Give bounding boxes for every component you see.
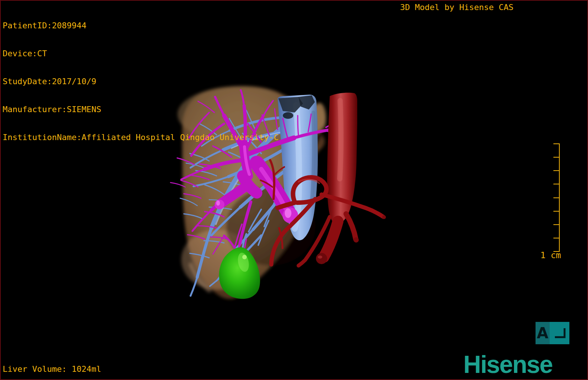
corner-glyph-icon [554,327,566,339]
scale-tick [553,224,559,225]
liver-volume-label: Liver Volume: 1024ml [3,364,101,374]
scale-tick [553,157,559,158]
scale-bar-label: 1 cm [540,251,561,260]
artery-cut-cap [354,237,359,243]
scale-tick [553,211,559,212]
aorta-highlight [340,101,341,179]
watermark-title: 3D Model by Hisense CAS [400,3,514,12]
scale-bar [553,143,560,252]
gallbladder-spot [242,255,247,259]
hisense-logo: Hisense [463,350,552,379]
ivc-shade [312,113,314,202]
orientation-cube[interactable]: A [536,322,569,344]
scale-tick [553,197,559,198]
application-window: PatientID:2089944 Device:CT StudyDate:20… [0,0,588,380]
ivc-dark-patch [283,112,293,119]
device-line: Device:CT [3,49,279,58]
institution-line: InstitutionName:Affiliated Hospital Qing… [3,133,279,142]
patient-id-line: PatientID:2089944 [3,21,279,30]
scale-tick [553,143,559,144]
orientation-face-anterior: A [536,322,550,344]
scale-tick [553,184,559,184]
artery-cut-cap [316,253,327,264]
scale-tick [553,238,559,238]
orientation-letter: A [537,324,549,342]
study-date-line: StudyDate:2017/10/9 [3,77,279,86]
artery-tip [382,215,386,219]
orientation-face-side [550,322,569,344]
patient-info-block: PatientID:2089944 Device:CT StudyDate:20… [3,2,279,161]
manufacturer-line: Manufacturer:SIEMENS [3,105,279,114]
scale-tick [553,170,559,171]
